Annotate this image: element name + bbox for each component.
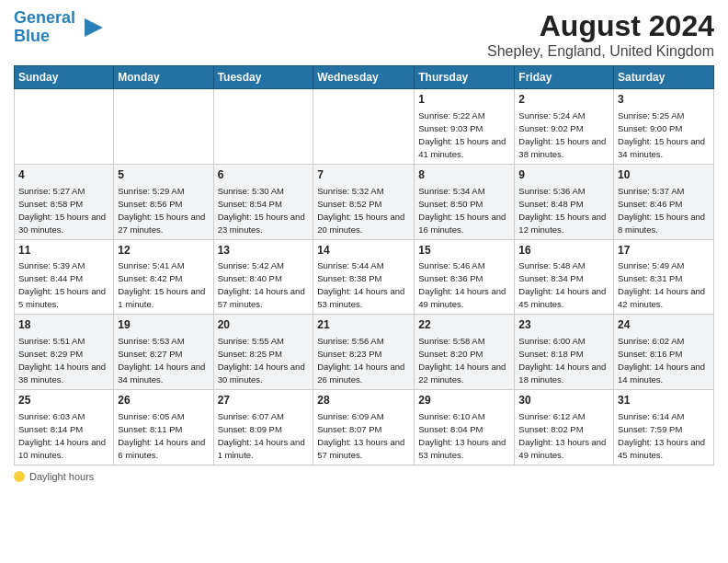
- title-block: August 2024 Shepley, England, United Kin…: [487, 9, 714, 60]
- day-number: 4: [18, 167, 109, 183]
- day-number: 29: [418, 393, 510, 408]
- day-info: Sunrise: 6:14 AM Sunset: 7:59 PM Dayligh…: [618, 411, 705, 460]
- svg-marker-0: [85, 18, 103, 37]
- day-info: Sunrise: 6:09 AM Sunset: 8:07 PM Dayligh…: [317, 411, 404, 460]
- calendar-cell: 14Sunrise: 5:44 AM Sunset: 8:38 PM Dayli…: [313, 239, 415, 315]
- day-number: 12: [118, 243, 209, 259]
- calendar-cell: 31Sunrise: 6:14 AM Sunset: 7:59 PM Dayli…: [614, 390, 714, 465]
- calendar-table: SundayMondayTuesdayWednesdayThursdayFrid…: [14, 65, 714, 465]
- day-number: 16: [518, 243, 609, 259]
- calendar-cell: 22Sunrise: 5:58 AM Sunset: 8:20 PM Dayli…: [415, 315, 515, 390]
- day-info: Sunrise: 5:48 AM Sunset: 8:34 PM Dayligh…: [518, 260, 606, 309]
- day-info: Sunrise: 5:34 AM Sunset: 8:50 PM Dayligh…: [418, 186, 506, 235]
- day-number: 8: [418, 167, 510, 183]
- calendar-cell: [15, 89, 114, 165]
- logo: GeneralBlue: [14, 9, 105, 46]
- calendar-cell: 5Sunrise: 5:29 AM Sunset: 8:56 PM Daylig…: [114, 164, 213, 239]
- daylight-dot: [14, 471, 25, 482]
- day-number: 3: [618, 92, 710, 108]
- calendar-cell: 17Sunrise: 5:49 AM Sunset: 8:31 PM Dayli…: [614, 239, 714, 315]
- day-number: 15: [418, 243, 510, 259]
- calendar-cell: [213, 89, 313, 165]
- calendar-cell: 11Sunrise: 5:39 AM Sunset: 8:44 PM Dayli…: [15, 239, 114, 315]
- day-number: 26: [118, 393, 209, 408]
- day-info: Sunrise: 5:56 AM Sunset: 8:23 PM Dayligh…: [317, 336, 404, 385]
- day-number: 30: [518, 393, 609, 408]
- day-header-wednesday: Wednesday: [313, 66, 415, 89]
- calendar-header-row: SundayMondayTuesdayWednesdayThursdayFrid…: [15, 66, 714, 89]
- day-number: 1: [418, 92, 510, 108]
- day-info: Sunrise: 5:53 AM Sunset: 8:27 PM Dayligh…: [118, 336, 205, 385]
- calendar-cell: 12Sunrise: 5:41 AM Sunset: 8:42 PM Dayli…: [114, 239, 213, 315]
- day-number: 25: [18, 393, 109, 408]
- calendar-week-2: 4Sunrise: 5:27 AM Sunset: 8:58 PM Daylig…: [15, 164, 714, 239]
- calendar-week-1: 1Sunrise: 5:22 AM Sunset: 9:03 PM Daylig…: [15, 89, 714, 165]
- day-info: Sunrise: 5:55 AM Sunset: 8:25 PM Dayligh…: [218, 336, 305, 385]
- day-number: 14: [317, 243, 410, 259]
- calendar-cell: [114, 89, 213, 165]
- day-info: Sunrise: 5:41 AM Sunset: 8:42 PM Dayligh…: [118, 260, 205, 309]
- day-info: Sunrise: 5:49 AM Sunset: 8:31 PM Dayligh…: [618, 260, 705, 309]
- calendar-cell: 16Sunrise: 5:48 AM Sunset: 8:34 PM Dayli…: [515, 239, 614, 315]
- page: GeneralBlue August 2024 Shepley, England…: [0, 0, 728, 563]
- calendar-cell: 9Sunrise: 5:36 AM Sunset: 8:48 PM Daylig…: [515, 164, 614, 239]
- calendar-cell: 24Sunrise: 6:02 AM Sunset: 8:16 PM Dayli…: [614, 315, 714, 390]
- day-number: 20: [218, 317, 310, 333]
- subtitle: Shepley, England, United Kingdom: [487, 43, 714, 60]
- day-info: Sunrise: 5:22 AM Sunset: 9:03 PM Dayligh…: [418, 110, 506, 159]
- day-info: Sunrise: 5:46 AM Sunset: 8:36 PM Dayligh…: [418, 260, 506, 309]
- day-number: 11: [18, 243, 109, 259]
- day-number: 7: [317, 167, 410, 183]
- calendar-cell: 25Sunrise: 6:03 AM Sunset: 8:14 PM Dayli…: [15, 390, 114, 465]
- day-info: Sunrise: 5:30 AM Sunset: 8:54 PM Dayligh…: [218, 186, 305, 235]
- logo-text: GeneralBlue: [14, 9, 75, 46]
- logo-icon: [79, 15, 105, 40]
- calendar-week-4: 18Sunrise: 5:51 AM Sunset: 8:29 PM Dayli…: [15, 315, 714, 390]
- day-header-sunday: Sunday: [15, 66, 114, 89]
- calendar-cell: 15Sunrise: 5:46 AM Sunset: 8:36 PM Dayli…: [415, 239, 515, 315]
- day-number: 18: [18, 317, 109, 333]
- day-info: Sunrise: 5:37 AM Sunset: 8:46 PM Dayligh…: [618, 186, 705, 235]
- calendar-cell: 3Sunrise: 5:25 AM Sunset: 9:00 PM Daylig…: [614, 89, 714, 165]
- day-info: Sunrise: 6:03 AM Sunset: 8:14 PM Dayligh…: [18, 411, 106, 460]
- calendar-cell: 1Sunrise: 5:22 AM Sunset: 9:03 PM Daylig…: [415, 89, 515, 165]
- day-number: 27: [218, 393, 310, 408]
- calendar-cell: 29Sunrise: 6:10 AM Sunset: 8:04 PM Dayli…: [415, 390, 515, 465]
- calendar-cell: 19Sunrise: 5:53 AM Sunset: 8:27 PM Dayli…: [114, 315, 213, 390]
- day-number: 23: [518, 317, 609, 333]
- calendar-cell: 30Sunrise: 6:12 AM Sunset: 8:02 PM Dayli…: [515, 390, 614, 465]
- main-title: August 2024: [487, 9, 714, 43]
- day-info: Sunrise: 6:12 AM Sunset: 8:02 PM Dayligh…: [518, 411, 606, 460]
- daylight-label: Daylight hours: [29, 471, 94, 482]
- day-info: Sunrise: 5:42 AM Sunset: 8:40 PM Dayligh…: [218, 260, 305, 309]
- day-header-monday: Monday: [114, 66, 213, 89]
- day-info: Sunrise: 6:07 AM Sunset: 8:09 PM Dayligh…: [218, 411, 305, 460]
- day-number: 17: [618, 243, 710, 259]
- calendar-cell: 20Sunrise: 5:55 AM Sunset: 8:25 PM Dayli…: [213, 315, 313, 390]
- day-info: Sunrise: 6:00 AM Sunset: 8:18 PM Dayligh…: [518, 336, 606, 385]
- day-header-friday: Friday: [515, 66, 614, 89]
- day-info: Sunrise: 5:36 AM Sunset: 8:48 PM Dayligh…: [518, 186, 606, 235]
- day-number: 2: [518, 92, 609, 108]
- day-info: Sunrise: 5:39 AM Sunset: 8:44 PM Dayligh…: [18, 260, 106, 309]
- calendar-cell: 8Sunrise: 5:34 AM Sunset: 8:50 PM Daylig…: [415, 164, 515, 239]
- day-number: 5: [118, 167, 209, 183]
- footer: Daylight hours: [14, 471, 714, 484]
- day-info: Sunrise: 5:24 AM Sunset: 9:02 PM Dayligh…: [518, 110, 606, 159]
- day-number: 22: [418, 317, 510, 333]
- calendar-cell: 13Sunrise: 5:42 AM Sunset: 8:40 PM Dayli…: [213, 239, 313, 315]
- calendar-cell: 27Sunrise: 6:07 AM Sunset: 8:09 PM Dayli…: [213, 390, 313, 465]
- day-info: Sunrise: 5:27 AM Sunset: 8:58 PM Dayligh…: [18, 186, 106, 235]
- calendar-cell: 7Sunrise: 5:32 AM Sunset: 8:52 PM Daylig…: [313, 164, 415, 239]
- day-info: Sunrise: 5:32 AM Sunset: 8:52 PM Dayligh…: [317, 186, 404, 235]
- day-number: 28: [317, 393, 410, 408]
- day-header-tuesday: Tuesday: [213, 66, 313, 89]
- day-number: 24: [618, 317, 710, 333]
- calendar-cell: 6Sunrise: 5:30 AM Sunset: 8:54 PM Daylig…: [213, 164, 313, 239]
- day-number: 19: [118, 317, 209, 333]
- day-info: Sunrise: 5:29 AM Sunset: 8:56 PM Dayligh…: [118, 186, 205, 235]
- day-info: Sunrise: 5:25 AM Sunset: 9:00 PM Dayligh…: [618, 110, 705, 159]
- day-number: 6: [218, 167, 310, 183]
- calendar-week-5: 25Sunrise: 6:03 AM Sunset: 8:14 PM Dayli…: [15, 390, 714, 465]
- calendar-cell: 21Sunrise: 5:56 AM Sunset: 8:23 PM Dayli…: [313, 315, 415, 390]
